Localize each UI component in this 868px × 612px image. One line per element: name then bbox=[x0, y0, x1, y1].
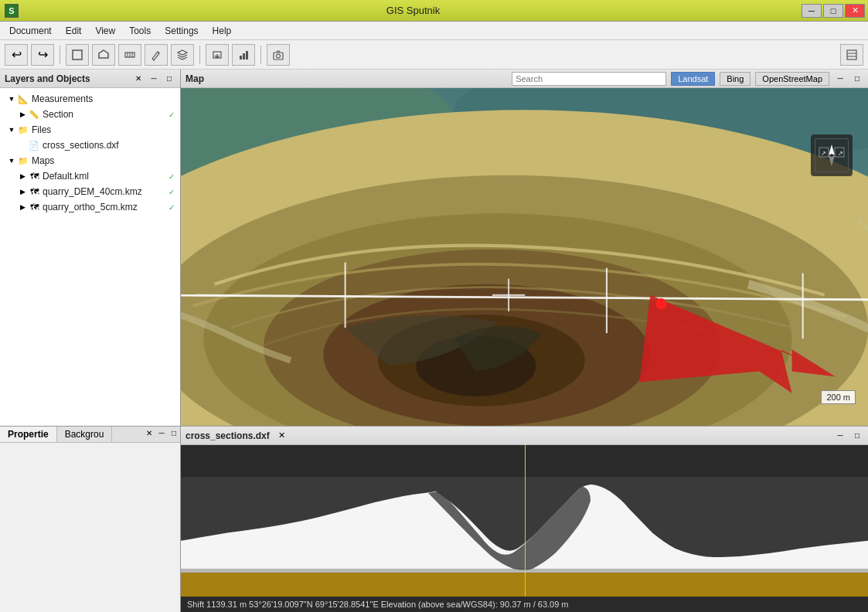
menu-settings[interactable]: Settings bbox=[158, 24, 204, 38]
titlebar: S GIS Sputnik ─ □ ✕ bbox=[0, 0, 868, 22]
icon-quarrydem: 🗺 bbox=[28, 185, 40, 198]
main-area: Layers and Objects ✕ ─ □ ▼ 📐 Measurement… bbox=[0, 70, 868, 612]
tree-item-files[interactable]: ▼ 📁 Files bbox=[0, 122, 180, 138]
arrow-quarryortho[interactable]: ▶ bbox=[17, 202, 28, 212]
section-cursor-line bbox=[525, 445, 526, 597]
layers-maximize-icon[interactable]: □ bbox=[163, 73, 175, 85]
scale-bar: 200 m bbox=[821, 390, 856, 404]
svg-rect-14 bbox=[847, 50, 856, 60]
map-minimize-icon[interactable]: ─ bbox=[834, 73, 846, 85]
arrow-maps[interactable]: ▼ bbox=[6, 155, 17, 166]
tree-item-crosssections[interactable]: 📄 cross_sections.dxf bbox=[0, 138, 180, 153]
map-maximize-icon[interactable]: □ bbox=[851, 73, 863, 85]
menu-edit[interactable]: Edit bbox=[60, 24, 88, 38]
layers-minimize-icon[interactable]: ─ bbox=[148, 73, 160, 85]
section-panel: cross_sections.dxf ✕ ─ □ bbox=[181, 427, 868, 612]
tab-openstreetmap[interactable]: OpenStreetMap bbox=[755, 72, 829, 86]
label-files: Files bbox=[32, 124, 51, 135]
arrow-quarrydem[interactable]: ▶ bbox=[17, 186, 28, 197]
section-close-icon[interactable]: ✕ bbox=[276, 430, 288, 442]
compass: ↗ ↗ bbox=[811, 134, 853, 176]
map-title: Map bbox=[186, 73, 204, 84]
icon-defaultkml: 🗺 bbox=[28, 170, 40, 182]
app-title: GIS Sputnik bbox=[25, 5, 802, 16]
label-quarryortho: quarry_ortho_5cm.kmz bbox=[43, 202, 138, 212]
redo-button[interactable]: ↪ bbox=[31, 44, 54, 66]
props-maximize-icon[interactable]: □ bbox=[168, 427, 180, 439]
section-status-text: Shift 1139.31 m 53°26'19.0097"N 69°15'28… bbox=[187, 600, 569, 609]
layers-close-icon[interactable]: ✕ bbox=[132, 73, 145, 85]
section-title: cross_sections.dxf bbox=[186, 430, 270, 441]
polygon-tool[interactable] bbox=[92, 44, 115, 66]
icon-section: 📏 bbox=[28, 108, 40, 121]
menu-view[interactable]: View bbox=[89, 24, 121, 38]
label-crosssections: cross_sections.dxf bbox=[43, 140, 119, 151]
check-section: ✓ bbox=[166, 109, 177, 120]
section-maximize-icon[interactable]: □ bbox=[851, 430, 863, 442]
section-minimize-icon[interactable]: ─ bbox=[834, 430, 846, 442]
toolbar: ↩ ↪ bbox=[0, 40, 868, 70]
menu-document[interactable]: Document bbox=[3, 24, 58, 38]
menu-help[interactable]: Help bbox=[206, 24, 238, 38]
close-button[interactable]: ✕ bbox=[845, 4, 865, 18]
compass-inner: ↗ ↗ bbox=[815, 138, 849, 172]
tab-background[interactable]: Backgrou bbox=[57, 427, 113, 442]
arrow-measurements[interactable]: ▼ bbox=[6, 94, 17, 104]
svg-rect-12 bbox=[274, 53, 283, 60]
camera-tool[interactable] bbox=[267, 44, 290, 66]
svg-rect-10 bbox=[243, 53, 245, 60]
label-measurements: Measurements bbox=[32, 94, 93, 104]
check-quarryortho: ✓ bbox=[166, 202, 177, 212]
restore-button[interactable]: □ bbox=[823, 4, 843, 18]
map-panel: Map Landsat Bing OpenStreetMap ─ □ bbox=[181, 70, 868, 427]
settings-button[interactable] bbox=[840, 44, 863, 66]
map-view[interactable]: ↗ ↗ 200 m Observation Altitude 1 km 53°2… bbox=[181, 88, 868, 426]
menu-tools[interactable]: Tools bbox=[123, 24, 157, 38]
tab-bing[interactable]: Bing bbox=[720, 72, 751, 86]
tab-landsat[interactable]: Landsat bbox=[671, 72, 715, 86]
layers-panel-title: Layers and Objects bbox=[5, 73, 129, 84]
tree-item-maps[interactable]: ▼ 📁 Maps bbox=[0, 153, 180, 168]
properties-panel: Propertie Backgrou ✕ ─ □ bbox=[0, 427, 180, 612]
import-tool[interactable] bbox=[206, 44, 229, 66]
section-header: cross_sections.dxf ✕ ─ □ bbox=[181, 427, 868, 445]
tree-item-measurements[interactable]: ▼ 📐 Measurements bbox=[0, 91, 180, 107]
tree-item-quarryortho[interactable]: ▶ 🗺 quarry_ortho_5cm.kmz ✓ bbox=[0, 199, 180, 215]
map-search-input[interactable] bbox=[512, 72, 666, 86]
section-view[interactable] bbox=[181, 445, 868, 597]
tree-item-quarrydem[interactable]: ▶ 🗺 quarry_DEM_40cm.kmz ✓ bbox=[0, 184, 180, 199]
right-area: Map Landsat Bing OpenStreetMap ─ □ bbox=[181, 70, 868, 612]
props-minimize-icon[interactable]: ─ bbox=[155, 427, 168, 439]
props-close-icon[interactable]: ✕ bbox=[143, 427, 155, 439]
select-tool[interactable] bbox=[66, 44, 89, 66]
svg-point-13 bbox=[277, 54, 281, 58]
tree-item-defaultkml[interactable]: ▶ 🗺 Default.kml ✓ bbox=[0, 168, 180, 184]
minimize-button[interactable]: ─ bbox=[802, 4, 822, 18]
arrow-files[interactable]: ▼ bbox=[6, 124, 17, 135]
label-maps: Maps bbox=[32, 155, 54, 166]
arrow-defaultkml[interactable]: ▶ bbox=[17, 171, 28, 182]
icon-maps: 📁 bbox=[17, 155, 29, 167]
chart-tool[interactable] bbox=[232, 44, 255, 66]
tab-properties[interactable]: Propertie bbox=[0, 427, 57, 442]
label-section: Section bbox=[43, 109, 73, 120]
left-panel: Layers and Objects ✕ ─ □ ▼ 📐 Measurement… bbox=[0, 70, 181, 612]
icon-crosssections: 📄 bbox=[28, 139, 40, 151]
toolbar-right bbox=[840, 44, 863, 66]
arrow-section[interactable]: ▶ bbox=[17, 109, 28, 120]
map-header: Map Landsat Bing OpenStreetMap ─ □ bbox=[181, 70, 868, 88]
check-quarrydem: ✓ bbox=[166, 186, 177, 197]
undo-button[interactable]: ↩ bbox=[5, 44, 28, 66]
tree-item-section[interactable]: ▶ 📏 Section ✓ bbox=[0, 107, 180, 122]
icon-quarryortho: 🗺 bbox=[28, 201, 40, 213]
layers-panel-header: Layers and Objects ✕ ─ □ bbox=[0, 70, 180, 88]
label-defaultkml: Default.kml bbox=[43, 171, 89, 182]
layers-tool[interactable] bbox=[171, 44, 194, 66]
svg-marker-37 bbox=[829, 144, 835, 155]
arrow-crosssections[interactable] bbox=[17, 140, 28, 151]
measure-tool[interactable] bbox=[118, 44, 141, 66]
svg-rect-9 bbox=[240, 56, 242, 60]
pencil-tool[interactable] bbox=[145, 44, 168, 66]
label-quarrydem: quarry_DEM_40cm.kmz bbox=[43, 186, 142, 197]
icon-measurements: 📐 bbox=[17, 93, 29, 105]
